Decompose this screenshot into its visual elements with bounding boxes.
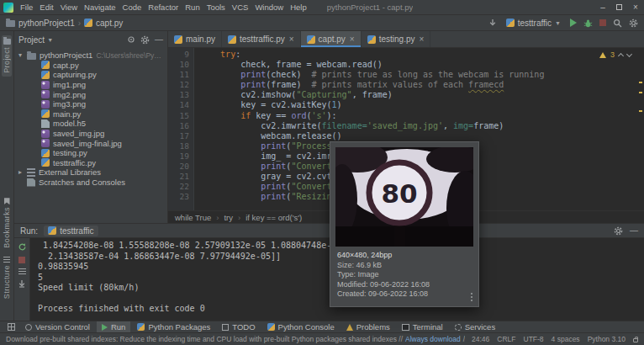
project-root-path: C:\Users\shree\PycharmProjects\pytho xyxy=(96,51,165,60)
menu-window[interactable]: Window xyxy=(251,3,287,12)
search-icon[interactable] xyxy=(613,19,622,28)
lock-icon[interactable] xyxy=(633,338,638,342)
tool-tab-services[interactable]: Services xyxy=(450,321,500,332)
tree-item-external-libraries[interactable]: ▸External Libraries xyxy=(14,167,167,178)
soft-wrap-icon[interactable] xyxy=(18,268,26,274)
tool-tab-problems[interactable]: Problems xyxy=(341,321,395,332)
tree-item-capt-py[interactable]: capt.py xyxy=(14,61,167,71)
warning-mark[interactable] xyxy=(639,82,642,83)
hide-panel-icon[interactable]: — xyxy=(155,35,163,44)
tree-item-img3-png[interactable]: img3.png xyxy=(14,99,167,109)
menu-vcs[interactable]: VCS xyxy=(229,3,252,12)
tree-item-pythonproject1[interactable]: ▾pythonProject1C:\Users\shree\PycharmPro… xyxy=(14,50,167,61)
menu-help[interactable]: Help xyxy=(287,3,310,12)
hide-panel-icon[interactable]: — xyxy=(630,226,638,235)
tree-item-img1-png[interactable]: img1.png xyxy=(14,80,167,90)
tree-item-saved-img-final-jpg[interactable]: saved_img-final.jpg xyxy=(14,138,167,148)
warning-mark[interactable] xyxy=(639,110,642,112)
inspections-widget[interactable]: 3 xyxy=(599,50,631,59)
status-python-3-10[interactable]: Python 3.10 xyxy=(588,335,626,343)
tree-item-label: testing.py xyxy=(53,148,87,157)
warning-mark[interactable] xyxy=(639,92,642,93)
tree-item-saved-img-jpg[interactable]: saved_img.jpg xyxy=(14,129,167,139)
gear-icon[interactable] xyxy=(614,226,623,236)
tree-item-testtraffic-py[interactable]: testtraffic.py xyxy=(14,158,167,168)
status-4-spaces[interactable]: 4 spaces xyxy=(552,335,580,343)
tool-tab-python-console[interactable]: Python Console xyxy=(262,321,340,332)
tree-item-model-h5[interactable]: model.h5 xyxy=(14,119,167,129)
gear-icon[interactable] xyxy=(140,35,150,45)
status-crlf[interactable]: CRLF xyxy=(497,335,515,343)
tool-stripe-structure[interactable]: Structure xyxy=(2,253,12,302)
next-warning-icon[interactable] xyxy=(626,50,632,56)
menu-run[interactable]: Run xyxy=(182,3,203,12)
menu-code[interactable]: Code xyxy=(119,3,145,12)
locate-file-icon[interactable] xyxy=(127,35,135,44)
breadcrumb-file[interactable]: capt.py xyxy=(96,19,123,28)
menu-view[interactable]: View xyxy=(57,3,81,12)
main-area: Project Bookmarks Structure Project ▼ — … xyxy=(0,31,644,321)
editor-tab-main-py[interactable]: main.py xyxy=(168,31,222,47)
menu-file[interactable]: File xyxy=(17,3,36,12)
menu-navigate[interactable]: Navigate xyxy=(81,3,119,12)
stop-icon[interactable] xyxy=(18,257,25,263)
play-icon xyxy=(102,324,108,331)
tool-windows-grid-icon[interactable] xyxy=(8,323,15,331)
breadcrumb-try[interactable]: try xyxy=(224,213,233,222)
project-panel-header[interactable]: Project ▼ — xyxy=(14,31,168,48)
error-stripe[interactable] xyxy=(637,48,644,210)
minimize-button[interactable]: – xyxy=(596,1,610,14)
update-project-icon[interactable] xyxy=(488,19,497,27)
tree-item-label: img2.png xyxy=(53,90,86,99)
more-options-icon[interactable] xyxy=(471,300,472,301)
tab-close-icon[interactable]: × xyxy=(420,34,425,44)
prev-warning-icon[interactable] xyxy=(618,53,624,59)
menu-refactor[interactable]: Refactor xyxy=(145,3,182,12)
editor-tab-testing-py[interactable]: testing.py× xyxy=(362,31,431,47)
tree-chevron-icon: ▾ xyxy=(17,51,24,59)
project-folder-icon xyxy=(6,20,15,27)
tool-tab-version-control[interactable]: Version Control xyxy=(20,321,95,332)
maximize-button[interactable] xyxy=(616,4,622,10)
code-line: cv2.imwrite(filename='saved_img.jpg', im… xyxy=(200,121,644,131)
tool-tab-python-packages[interactable]: Python Packages xyxy=(132,321,215,332)
debug-button[interactable] xyxy=(583,19,593,28)
py-icon xyxy=(41,109,50,118)
tab-close-icon[interactable]: × xyxy=(350,34,355,44)
tab-close-icon[interactable]: × xyxy=(289,34,294,44)
rerun-icon[interactable] xyxy=(18,242,27,252)
tree-item-img2-png[interactable]: img2.png xyxy=(14,89,167,99)
tool-tab-terminal[interactable]: Terminal xyxy=(397,321,448,332)
settings-gear-icon[interactable] xyxy=(629,19,638,28)
menu-edit[interactable]: Edit xyxy=(36,3,56,12)
run-button[interactable] xyxy=(570,19,577,27)
tab-label: main.py xyxy=(186,34,215,44)
run-config-selector[interactable]: testtraffic ▼ xyxy=(504,18,563,29)
img-icon xyxy=(41,139,50,147)
tree-item-label: saved_img-final.jpg xyxy=(53,139,122,148)
status-link[interactable]: Always download xyxy=(405,335,461,343)
tool-stripe-project[interactable]: Project xyxy=(2,35,12,77)
window-controls: – × xyxy=(596,1,642,14)
tree-item-capturing-py[interactable]: capturing.py xyxy=(14,70,167,80)
status-utf-8[interactable]: UTF-8 xyxy=(524,335,544,343)
tree-item-testing-py[interactable]: testing.py xyxy=(14,148,167,158)
breadcrumb-while-true[interactable]: while True xyxy=(175,213,211,222)
tool-tab-todo[interactable]: TODO xyxy=(217,321,260,332)
menu-tools[interactable]: Tools xyxy=(203,3,229,12)
stop-button[interactable] xyxy=(599,19,606,26)
editor-tab-testtraffic-py[interactable]: testtraffic.py× xyxy=(222,31,301,47)
lib-icon xyxy=(27,168,35,177)
editor-tab-capt-py[interactable]: capt.py× xyxy=(301,31,362,47)
tree-item-main-py[interactable]: main.py xyxy=(14,109,167,119)
python-file-icon xyxy=(174,35,182,44)
breadcrumb-if-key-ord-s[interactable]: if key == ord('s') xyxy=(245,213,302,222)
close-button[interactable]: × xyxy=(629,1,642,14)
scroll-to-end-icon[interactable] xyxy=(18,279,26,288)
run-config-tab[interactable]: testtraffic xyxy=(44,226,98,236)
status-24-46[interactable]: 24:46 xyxy=(472,335,489,343)
tool-tab-run[interactable]: Run xyxy=(97,321,130,332)
tree-item-scratches-and-consoles[interactable]: Scratches and Consoles xyxy=(14,178,167,188)
breadcrumb-project[interactable]: pythonProject1 xyxy=(18,19,75,28)
tool-stripe-bookmarks[interactable]: Bookmarks xyxy=(2,194,12,252)
